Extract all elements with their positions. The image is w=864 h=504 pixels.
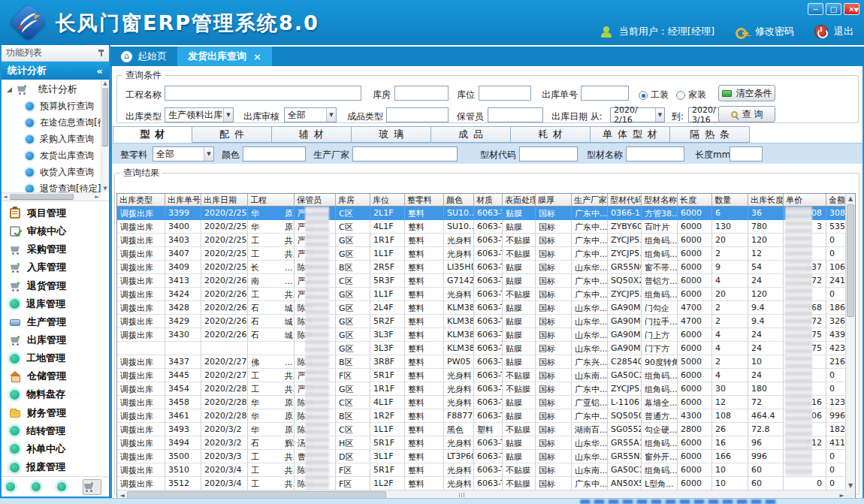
- table-row[interactable]: 调拨出库35102020/3/4工共工程陈琳F区5R1F整料光身料6063-T5…: [117, 463, 847, 477]
- sidebar-item-财务管理[interactable]: 财务管理: [2, 404, 109, 422]
- sidebar-item-项目管理[interactable]: 项目管理: [2, 204, 109, 222]
- radio-gongzhuang[interactable]: 工装: [639, 89, 669, 101]
- table-row[interactable]: 调拨出库34292020/2/26石城陈琳G区5R2F整料KLM38176063…: [117, 315, 847, 328]
- scrollbar-thumb[interactable]: [102, 88, 108, 146]
- table-row[interactable]: 调拨出库34092020/2/25长...陈琳B区2R5F整料LI35HD606…: [117, 261, 847, 274]
- column-header-库位[interactable]: 库位: [370, 194, 405, 207]
- material-tab-辅材[interactable]: 辅材: [272, 126, 352, 143]
- sidebar-item-报废管理[interactable]: 报废管理: [2, 458, 109, 476]
- close-tab-icon[interactable]: ×: [253, 51, 261, 62]
- column-header-工程[interactable]: 工程: [248, 194, 295, 207]
- table-row[interactable]: 调拨出库34002020/2/25华原...严思C区4L1F整料SU10...6…: [117, 220, 847, 234]
- column-header-出库日期[interactable]: 出库日期: [201, 194, 248, 207]
- column-header-保管员[interactable]: 保管员: [295, 194, 336, 207]
- radio-jiazhuang[interactable]: 家装: [676, 89, 706, 101]
- table-row[interactable]: 调拨出库34242020/2/26工共工程严思G区1L1F整料光身料6063-T…: [117, 288, 847, 301]
- sidebar-item-工地管理[interactable]: 工地管理: [2, 349, 109, 367]
- column-header-膜厚[interactable]: 膜厚: [536, 194, 572, 207]
- maximize-button[interactable]: □: [826, 3, 841, 15]
- column-header-数量[interactable]: 数量: [712, 194, 748, 207]
- table-row[interactable]: 调拨出库34372020/2/27佛...陈琳B区3R8F整料PW056063-…: [117, 355, 847, 369]
- pin-icon[interactable]: [98, 49, 104, 57]
- column-header-库房[interactable]: 库房: [336, 194, 370, 207]
- module-dot-button[interactable]: [32, 482, 41, 491]
- tree-horizontal-scrollbar[interactable]: ◄ ►: [2, 192, 101, 201]
- tree-expander-icon[interactable]: [7, 87, 12, 92]
- table-row[interactable]: 调拨出库35122020/3/4工共工程陈琳F区1L2F整料光身料6063-T5…: [117, 477, 847, 490]
- material-tab-单体型材[interactable]: 单体型材: [591, 126, 670, 143]
- outbound-order-input[interactable]: [581, 86, 629, 101]
- table-row[interactable]: 调拨出库34282020/2/26石城陈琳G区2L4F整料KLM38176063…: [117, 301, 847, 315]
- sidebar-item-采购管理[interactable]: 采购管理: [2, 240, 109, 258]
- table-row[interactable]: 调拨出库35002020/3/3工共工程曹佳D区3L1F整料LT3P606063…: [117, 450, 847, 463]
- grid-vertical-scrollbar[interactable]: ▲ ▼: [845, 194, 855, 490]
- outbound-audit-combo[interactable]: 全部▼: [284, 107, 337, 122]
- location-input[interactable]: [479, 86, 531, 101]
- sidebar-item-物料盘存[interactable]: 物料盘存: [2, 385, 109, 403]
- manufacturer-input[interactable]: [352, 146, 458, 161]
- tree-item-在途信息查询[待[interactable]: 在途信息查询[待: [2, 114, 101, 131]
- table-row[interactable]: 调拨出库34072020/2/25工共工程严思G区1L1F整料光身料6063-T…: [117, 247, 847, 261]
- column-header-长度[interactable]: 长度: [678, 194, 712, 207]
- material-tab-耗材[interactable]: 耗材: [511, 126, 591, 143]
- material-tab-型材[interactable]: 型材: [113, 126, 192, 143]
- tab-home[interactable]: ⌂ 起始页: [110, 47, 177, 66]
- date-from-picker[interactable]: 2020/ 2/16▼: [610, 107, 665, 122]
- outbound-type-combo[interactable]: 生产领料出库▼: [165, 107, 234, 122]
- tab-shipment-outbound-query[interactable]: 发货出库查询 ×: [177, 47, 272, 66]
- table-row[interactable]: 调拨出库34942020/3/2石辉城汤伟H区5R1F整料光身料6063-T5贴…: [117, 436, 847, 450]
- table-row[interactable]: 调拨出库33992020/2/25华原...严思C区2L1F整料SU10...6…: [117, 207, 847, 220]
- table-row[interactable]: 调拨出库34132020/2/26南...严思C区5R3F整料G71422606…: [117, 274, 847, 288]
- table-row[interactable]: 调拨出库34452020/2/27工共工程严思F区5R1F整料光身料6063-T…: [117, 369, 847, 382]
- tree-vertical-scrollbar[interactable]: ▲ ▼: [101, 80, 109, 192]
- column-header-单价[interactable]: 单价: [784, 194, 826, 207]
- material-tab-成品[interactable]: 成品: [431, 126, 511, 143]
- product-type-input[interactable]: [386, 107, 449, 122]
- sidebar-item-退货管理[interactable]: 退货管理: [2, 277, 109, 295]
- column-header-材质[interactable]: 材质: [474, 194, 503, 207]
- column-header-出库类型[interactable]: 出库类型: [117, 194, 165, 207]
- search-button[interactable]: 查 询: [718, 106, 775, 122]
- table-row[interactable]: 调拨出库34582020/2/28华原...陈琳C区4L1F整料光身料6063-…: [117, 396, 847, 409]
- sidebar-item-退库管理[interactable]: 退库管理: [2, 295, 109, 313]
- sidebar-item-补单中心[interactable]: 补单中心: [2, 440, 109, 458]
- material-tab-配件[interactable]: 配件: [192, 126, 272, 143]
- column-header-型材名称[interactable]: 型材名称: [642, 194, 678, 207]
- module-dot-button[interactable]: [6, 482, 15, 491]
- column-header-出库单号[interactable]: 出库单号: [165, 194, 201, 207]
- clear-conditions-button[interactable]: 清空条件: [718, 85, 775, 101]
- tree-item-退货查询[待定][interactable]: 退货查询[待定]: [2, 180, 101, 192]
- table-row[interactable]: 调拨出库34032020/2/25工共工程严思G区1R1F整料光身料6063-T…: [117, 234, 847, 247]
- sidebar-item-入库管理[interactable]: 入库管理: [2, 258, 109, 276]
- whole-part-combo[interactable]: 全部▼: [153, 146, 214, 161]
- scroll-down-icon[interactable]: ▼: [101, 185, 109, 192]
- module-dot-button[interactable]: [57, 482, 66, 491]
- table-row[interactable]: 调拨出库34542020/2/28工共工程严思G区1R1F整料光身料6063-T…: [117, 382, 847, 396]
- table-row[interactable]: 调拨出库34612020/2/28华原...陈琳B区1R2F整料F8877FT6…: [117, 409, 847, 423]
- minimize-button[interactable]: ─: [808, 3, 823, 15]
- sidebar-item-仓储管理[interactable]: 仓储管理: [2, 367, 109, 385]
- sidebar-item-出库管理[interactable]: 出库管理: [2, 331, 109, 349]
- table-row[interactable]: G区3L3F整料KLM38176063-T5贴膜国标山东华...GA90M09.…: [117, 342, 847, 355]
- column-header-整零料[interactable]: 整零料: [405, 194, 444, 207]
- tree-root-item[interactable]: 统计分析: [2, 81, 101, 98]
- sidebar-item-审核中心[interactable]: 审核中心: [2, 222, 109, 240]
- cart-module-button[interactable]: [83, 479, 101, 495]
- column-header-出库长度[interactable]: 出库长度: [748, 194, 784, 207]
- scroll-up-icon[interactable]: ▲: [846, 194, 855, 204]
- profile-name-input[interactable]: [626, 146, 684, 161]
- table-row[interactable]: 调拨出库34932020/3/2华原...陈琳C区1L1F整料黑色塑料不贴膜国标…: [117, 423, 847, 436]
- tab-list-dropdown-icon[interactable]: ▼: [854, 7, 859, 14]
- tree-item-收货入库查询[interactable]: 收货入库查询: [2, 164, 101, 180]
- keeper-input[interactable]: [488, 107, 543, 122]
- warehouse-input[interactable]: [394, 86, 449, 101]
- collapse-icon[interactable]: «: [97, 65, 103, 77]
- sidebar-item-生产管理[interactable]: 生产管理: [2, 313, 109, 331]
- tree-item-预算执行查询[interactable]: 预算执行查询: [2, 98, 101, 114]
- material-tab-隔热条[interactable]: 隔热条: [670, 126, 750, 143]
- scroll-right-icon[interactable]: ►: [93, 193, 101, 201]
- length-input[interactable]: [730, 146, 763, 161]
- column-header-金额[interactable]: 金额: [826, 194, 847, 207]
- profile-code-input[interactable]: [519, 146, 578, 161]
- material-tab-玻璃[interactable]: 玻璃: [352, 126, 431, 143]
